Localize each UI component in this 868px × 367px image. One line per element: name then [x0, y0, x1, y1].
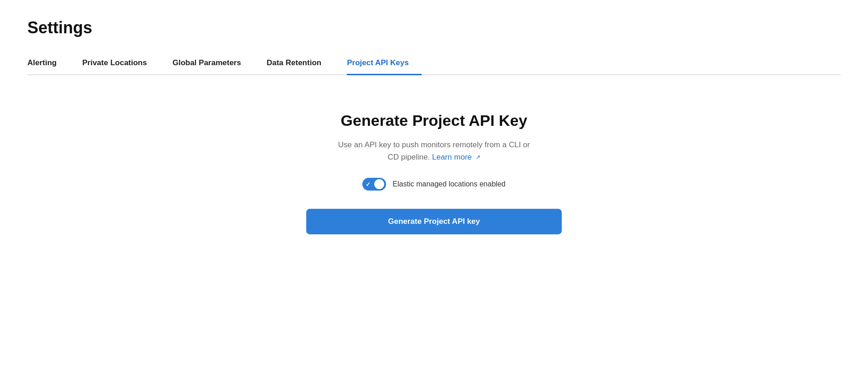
toggle-label: Elastic managed locations enabled: [392, 180, 505, 188]
external-link-icon: ↗: [476, 153, 481, 162]
section-description: Use an API key to push monitors remotely…: [338, 139, 530, 163]
toggle-row: ✓ Elastic managed locations enabled: [362, 178, 505, 191]
tab-alerting[interactable]: Alerting: [27, 54, 69, 75]
description-line1: Use an API key to push monitors remotely…: [338, 140, 530, 149]
toggle-thumb: [374, 179, 384, 189]
page-title: Settings: [27, 18, 841, 37]
section-title: Generate Project API Key: [341, 112, 528, 129]
main-content: Generate Project API Key Use an API key …: [27, 75, 841, 262]
toggle-checkmark-icon: ✓: [366, 181, 371, 188]
tab-private-locations[interactable]: Private Locations: [82, 54, 160, 75]
elastic-locations-toggle[interactable]: ✓: [362, 178, 386, 191]
generate-api-key-button[interactable]: Generate Project API key: [306, 209, 562, 234]
content-card: Generate Project API Key Use an API key …: [274, 112, 594, 234]
tab-data-retention[interactable]: Data Retention: [267, 54, 334, 75]
tab-global-parameters[interactable]: Global Parameters: [173, 54, 254, 75]
page-container: Settings Alerting Private Locations Glob…: [0, 0, 868, 280]
tab-project-api-keys[interactable]: Project API Keys: [347, 54, 421, 75]
description-line2: CD pipeline.: [387, 153, 430, 161]
tabs-nav: Alerting Private Locations Global Parame…: [27, 54, 841, 75]
learn-more-link[interactable]: Learn more ↗: [432, 153, 481, 161]
